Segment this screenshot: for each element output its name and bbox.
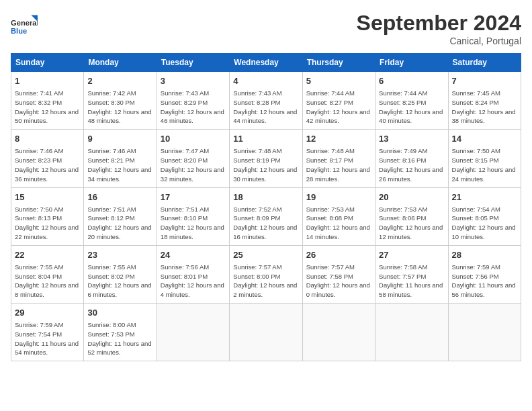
day-number: 17 <box>161 191 226 203</box>
calendar-cell: 14Sunrise: 7:50 AMSunset: 8:15 PMDayligh… <box>448 130 521 187</box>
calendar-cell: 13Sunrise: 7:49 AMSunset: 8:16 PMDayligh… <box>375 130 448 187</box>
calendar-week-2: 8Sunrise: 7:46 AMSunset: 8:23 PMDaylight… <box>11 130 521 187</box>
day-number: 30 <box>87 307 152 319</box>
day-info: Sunrise: 7:55 AMSunset: 8:04 PMDaylight:… <box>15 263 80 300</box>
calendar-cell <box>375 304 448 361</box>
column-header-sunday: Sunday <box>11 54 84 72</box>
location-subtitle: Canical, Portugal <box>357 36 521 46</box>
day-number: 23 <box>87 249 152 261</box>
day-info: Sunrise: 7:56 AMSunset: 8:01 PMDaylight:… <box>161 263 226 300</box>
calendar-cell: 2Sunrise: 7:42 AMSunset: 8:30 PMDaylight… <box>84 72 157 130</box>
day-info: Sunrise: 8:00 AMSunset: 7:53 PMDaylight:… <box>87 320 152 357</box>
day-info: Sunrise: 7:44 AMSunset: 8:25 PMDaylight:… <box>379 89 444 126</box>
calendar-cell: 10Sunrise: 7:47 AMSunset: 8:20 PMDayligh… <box>157 130 229 187</box>
page-header: General Blue September 2024 Canical, Por… <box>11 11 521 46</box>
column-header-wednesday: Wednesday <box>230 54 302 72</box>
day-info: Sunrise: 7:43 AMSunset: 8:29 PMDaylight:… <box>161 89 226 126</box>
day-info: Sunrise: 7:53 AMSunset: 8:06 PMDaylight:… <box>379 205 444 242</box>
day-number: 28 <box>452 249 517 261</box>
day-info: Sunrise: 7:57 AMSunset: 7:58 PMDaylight:… <box>306 263 371 300</box>
day-number: 10 <box>161 133 226 145</box>
day-info: Sunrise: 7:50 AMSunset: 8:15 PMDaylight:… <box>452 146 517 183</box>
day-info: Sunrise: 7:48 AMSunset: 8:19 PMDaylight:… <box>233 146 298 183</box>
day-number: 9 <box>87 133 152 145</box>
day-info: Sunrise: 7:51 AMSunset: 8:10 PMDaylight:… <box>161 205 226 242</box>
day-number: 27 <box>379 249 444 261</box>
column-header-monday: Monday <box>84 54 157 72</box>
logo-icon: General Blue <box>11 11 38 38</box>
calendar-cell: 27Sunrise: 7:58 AMSunset: 7:57 PMDayligh… <box>375 245 448 303</box>
svg-text:Blue: Blue <box>11 27 27 35</box>
column-header-saturday: Saturday <box>448 54 521 72</box>
day-number: 22 <box>15 249 80 261</box>
day-number: 4 <box>233 75 298 87</box>
calendar-cell: 19Sunrise: 7:53 AMSunset: 8:08 PMDayligh… <box>302 187 375 245</box>
calendar-cell: 1Sunrise: 7:41 AMSunset: 8:32 PMDaylight… <box>11 72 84 130</box>
calendar-cell: 11Sunrise: 7:48 AMSunset: 8:19 PMDayligh… <box>230 130 302 187</box>
day-info: Sunrise: 7:44 AMSunset: 8:27 PMDaylight:… <box>306 89 371 126</box>
day-info: Sunrise: 7:51 AMSunset: 8:12 PMDaylight:… <box>87 205 152 242</box>
calendar-week-3: 15Sunrise: 7:50 AMSunset: 8:13 PMDayligh… <box>11 187 521 245</box>
calendar-cell: 23Sunrise: 7:55 AMSunset: 8:02 PMDayligh… <box>84 245 157 303</box>
day-number: 5 <box>306 75 371 87</box>
calendar-cell: 15Sunrise: 7:50 AMSunset: 8:13 PMDayligh… <box>11 187 84 245</box>
day-info: Sunrise: 7:43 AMSunset: 8:28 PMDaylight:… <box>233 89 298 126</box>
logo: General Blue <box>11 11 40 38</box>
calendar-cell: 7Sunrise: 7:45 AMSunset: 8:24 PMDaylight… <box>448 72 521 130</box>
day-number: 8 <box>15 133 80 145</box>
calendar-cell <box>448 304 521 361</box>
calendar-cell: 18Sunrise: 7:52 AMSunset: 8:09 PMDayligh… <box>230 187 302 245</box>
day-info: Sunrise: 7:58 AMSunset: 7:57 PMDaylight:… <box>379 263 444 300</box>
calendar-cell: 8Sunrise: 7:46 AMSunset: 8:23 PMDaylight… <box>11 130 84 187</box>
calendar-header-row: SundayMondayTuesdayWednesdayThursdayFrid… <box>11 54 521 72</box>
calendar-cell: 6Sunrise: 7:44 AMSunset: 8:25 PMDaylight… <box>375 72 448 130</box>
day-info: Sunrise: 7:46 AMSunset: 8:21 PMDaylight:… <box>87 146 152 183</box>
calendar-cell: 17Sunrise: 7:51 AMSunset: 8:10 PMDayligh… <box>157 187 229 245</box>
calendar-week-5: 29Sunrise: 7:59 AMSunset: 7:54 PMDayligh… <box>11 304 521 361</box>
day-number: 21 <box>452 191 517 203</box>
calendar-table: SundayMondayTuesdayWednesdayThursdayFrid… <box>11 53 521 361</box>
calendar-cell: 30Sunrise: 8:00 AMSunset: 7:53 PMDayligh… <box>84 304 157 361</box>
calendar-cell: 4Sunrise: 7:43 AMSunset: 8:28 PMDaylight… <box>230 72 302 130</box>
day-info: Sunrise: 7:52 AMSunset: 8:09 PMDaylight:… <box>233 205 298 242</box>
day-number: 11 <box>233 133 298 145</box>
calendar-cell: 5Sunrise: 7:44 AMSunset: 8:27 PMDaylight… <box>302 72 375 130</box>
calendar-cell: 3Sunrise: 7:43 AMSunset: 8:29 PMDaylight… <box>157 72 229 130</box>
column-header-tuesday: Tuesday <box>157 54 229 72</box>
column-header-friday: Friday <box>375 54 448 72</box>
day-info: Sunrise: 7:57 AMSunset: 8:00 PMDaylight:… <box>233 263 298 300</box>
day-info: Sunrise: 7:49 AMSunset: 8:16 PMDaylight:… <box>379 146 444 183</box>
calendar-cell: 25Sunrise: 7:57 AMSunset: 8:00 PMDayligh… <box>230 245 302 303</box>
day-info: Sunrise: 7:53 AMSunset: 8:08 PMDaylight:… <box>306 205 371 242</box>
calendar-week-1: 1Sunrise: 7:41 AMSunset: 8:32 PMDaylight… <box>11 72 521 130</box>
day-number: 26 <box>306 249 371 261</box>
day-info: Sunrise: 7:59 AMSunset: 7:54 PMDaylight:… <box>15 320 80 357</box>
day-number: 15 <box>15 191 80 203</box>
day-number: 29 <box>15 307 80 319</box>
day-number: 19 <box>306 191 371 203</box>
day-info: Sunrise: 7:50 AMSunset: 8:13 PMDaylight:… <box>15 205 80 242</box>
day-number: 16 <box>87 191 152 203</box>
calendar-week-4: 22Sunrise: 7:55 AMSunset: 8:04 PMDayligh… <box>11 245 521 303</box>
day-info: Sunrise: 7:41 AMSunset: 8:32 PMDaylight:… <box>15 89 80 126</box>
day-info: Sunrise: 7:47 AMSunset: 8:20 PMDaylight:… <box>161 146 226 183</box>
day-info: Sunrise: 7:59 AMSunset: 7:56 PMDaylight:… <box>452 263 517 300</box>
calendar-cell: 26Sunrise: 7:57 AMSunset: 7:58 PMDayligh… <box>302 245 375 303</box>
calendar-cell <box>157 304 229 361</box>
svg-text:General: General <box>11 19 38 27</box>
calendar-cell: 21Sunrise: 7:54 AMSunset: 8:05 PMDayligh… <box>448 187 521 245</box>
calendar-cell: 16Sunrise: 7:51 AMSunset: 8:12 PMDayligh… <box>84 187 157 245</box>
day-info: Sunrise: 7:55 AMSunset: 8:02 PMDaylight:… <box>87 263 152 300</box>
calendar-cell <box>302 304 375 361</box>
day-number: 6 <box>379 75 444 87</box>
day-info: Sunrise: 7:45 AMSunset: 8:24 PMDaylight:… <box>452 89 517 126</box>
month-title: September 2024 <box>357 11 521 36</box>
calendar-cell: 29Sunrise: 7:59 AMSunset: 7:54 PMDayligh… <box>11 304 84 361</box>
day-number: 24 <box>161 249 226 261</box>
day-number: 1 <box>15 75 80 87</box>
day-number: 13 <box>379 133 444 145</box>
calendar-cell: 22Sunrise: 7:55 AMSunset: 8:04 PMDayligh… <box>11 245 84 303</box>
column-header-thursday: Thursday <box>302 54 375 72</box>
title-block: September 2024 Canical, Portugal <box>357 11 521 46</box>
calendar-cell: 28Sunrise: 7:59 AMSunset: 7:56 PMDayligh… <box>448 245 521 303</box>
